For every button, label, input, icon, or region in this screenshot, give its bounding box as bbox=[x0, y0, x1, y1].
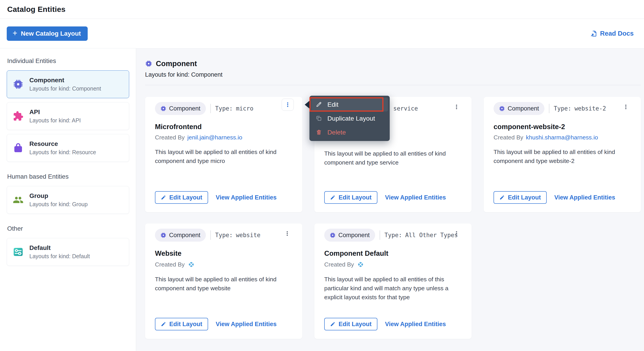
doc-arrow-icon bbox=[590, 30, 597, 37]
kind-badge-label: Component bbox=[508, 105, 539, 112]
sidebar-item-title: Group bbox=[29, 192, 88, 199]
puzzle-icon bbox=[13, 111, 24, 121]
type-label: Type: bbox=[215, 105, 233, 112]
divider bbox=[210, 104, 211, 113]
view-applied-entities-link[interactable]: View Applied Entities bbox=[554, 194, 615, 201]
card-menu-button[interactable] bbox=[620, 101, 632, 113]
sidebar-item-group[interactable]: Group Layouts for kind: Group bbox=[7, 186, 129, 214]
component-chip-icon bbox=[13, 79, 24, 90]
card-menu-button[interactable] bbox=[450, 101, 462, 113]
menu-item-delete[interactable]: Delete bbox=[311, 125, 388, 139]
view-applied-entities-link[interactable]: View Applied Entities bbox=[385, 321, 446, 328]
sidebar-item-subtitle: Layouts for kind: Resource bbox=[29, 149, 96, 156]
view-applied-entities-link[interactable]: View Applied Entities bbox=[216, 194, 277, 201]
sidebar-item-default[interactable]: Default Layouts for kind: Default bbox=[7, 238, 129, 266]
card-description: This layout will be applied to all entit… bbox=[324, 275, 462, 302]
layout-card-component-website-2: Component Type: website-2 component-webs… bbox=[484, 97, 641, 212]
new-catalog-layout-button[interactable]: + New Catalog Layout bbox=[7, 26, 88, 41]
harness-logo-icon bbox=[188, 261, 195, 268]
layouts-main-panel: Component Layouts for kind: Component Co… bbox=[136, 48, 644, 351]
type-value: website-2 bbox=[574, 105, 606, 112]
card-menu-button[interactable] bbox=[281, 228, 293, 240]
created-by-label: Created By bbox=[155, 134, 185, 141]
sidebar-item-subtitle: Layouts for kind: Group bbox=[29, 201, 88, 208]
creator-email-link[interactable]: khushi.sharma@harness.io bbox=[526, 134, 598, 141]
sidebar-item-resource[interactable]: Resource Layouts for kind: Resource bbox=[7, 134, 129, 162]
read-docs-link[interactable]: Read Docs bbox=[590, 30, 634, 37]
type-text: Type: All Other Types bbox=[384, 232, 458, 239]
bag-icon bbox=[13, 143, 24, 153]
entities-sidebar: Individual Entities Component Layouts fo… bbox=[0, 48, 136, 351]
card-context-menu: Edit Duplicate Layout Delete bbox=[310, 96, 390, 141]
type-value: All Other Types bbox=[405, 232, 458, 239]
card-title: Component Default bbox=[324, 250, 462, 258]
divider bbox=[210, 230, 211, 240]
sidebar-item-title: Resource bbox=[29, 140, 96, 147]
card-title: Website bbox=[155, 250, 292, 258]
type-text: Type: website bbox=[215, 232, 260, 239]
card-menu-button[interactable] bbox=[450, 228, 462, 240]
sidebar-item-text: Default Layouts for kind: Default bbox=[29, 244, 90, 260]
new-catalog-layout-label: New Catalog Layout bbox=[21, 30, 81, 37]
menu-item-edit[interactable]: Edit bbox=[311, 97, 388, 111]
kebab-icon bbox=[284, 231, 290, 237]
sidebar-item-component[interactable]: Component Layouts for kind: Component bbox=[7, 70, 129, 98]
layout-cards-grid: Component Type: micro Microfrontend Crea… bbox=[145, 97, 641, 339]
kind-badge: Component bbox=[324, 229, 375, 242]
card-meta-row: Component Type: All Other Types bbox=[324, 228, 462, 242]
section-label-other: Other bbox=[7, 225, 129, 232]
created-by: Created By bbox=[324, 261, 462, 268]
type-value: website bbox=[236, 232, 260, 239]
card-title: Microfrontend bbox=[155, 123, 292, 131]
sidebar-item-subtitle: Layouts for kind: API bbox=[29, 117, 81, 124]
menu-item-duplicate-layout[interactable]: Duplicate Layout bbox=[311, 111, 388, 125]
kebab-icon bbox=[454, 231, 460, 237]
sidebar-item-subtitle: Layouts for kind: Default bbox=[29, 253, 90, 260]
card-description: This layout will be applied to all entit… bbox=[324, 149, 462, 167]
card-description: This layout will be applied to all entit… bbox=[494, 148, 631, 166]
edit-layout-label: Edit Layout bbox=[169, 194, 202, 201]
sliders-icon bbox=[13, 247, 24, 257]
menu-item-label: Delete bbox=[328, 129, 346, 136]
menu-item-label: Duplicate Layout bbox=[328, 115, 375, 122]
type-value: service bbox=[393, 105, 418, 112]
kind-subtitle: Layouts for kind: Component bbox=[145, 71, 641, 78]
component-chip-icon bbox=[160, 106, 166, 112]
people-icon bbox=[13, 195, 24, 205]
pencil-icon bbox=[499, 195, 505, 200]
view-applied-entities-link[interactable]: View Applied Entities bbox=[216, 321, 277, 328]
created-by: Created By bbox=[155, 261, 292, 268]
section-label-individual-entities: Individual Entities bbox=[7, 57, 129, 64]
sidebar-item-title: Default bbox=[29, 244, 90, 252]
edit-layout-button[interactable]: Edit Layout bbox=[155, 318, 208, 330]
component-chip-icon bbox=[145, 60, 152, 67]
sidebar-item-api[interactable]: API Layouts for kind: API bbox=[7, 102, 129, 130]
sidebar-item-title: Component bbox=[29, 77, 101, 84]
edit-layout-button[interactable]: Edit Layout bbox=[324, 318, 378, 330]
section-label-human-based-entities: Human based Entities bbox=[7, 173, 129, 180]
popover-arrow-icon bbox=[305, 100, 310, 109]
type-value: micro bbox=[236, 105, 254, 112]
card-footer: Edit Layout View Applied Entities bbox=[324, 191, 462, 204]
layout-card-component-default: Component Type: All Other Types Componen… bbox=[314, 223, 472, 339]
edit-layout-button[interactable]: Edit Layout bbox=[494, 191, 547, 204]
kind-title: Component bbox=[156, 59, 197, 68]
created-by-label: Created By bbox=[494, 134, 523, 141]
content-area: Individual Entities Component Layouts fo… bbox=[0, 48, 644, 351]
edit-layout-button[interactable]: Edit Layout bbox=[324, 191, 378, 204]
card-menu-button-active[interactable] bbox=[282, 99, 294, 111]
sidebar-item-text: Component Layouts for kind: Component bbox=[29, 77, 101, 92]
read-docs-label: Read Docs bbox=[600, 30, 634, 37]
component-chip-icon bbox=[330, 232, 336, 238]
edit-layout-label: Edit Layout bbox=[338, 321, 372, 328]
edit-layout-button[interactable]: Edit Layout bbox=[155, 191, 208, 204]
card-title: component-website-2 bbox=[494, 123, 631, 131]
type-label: Type: bbox=[215, 232, 233, 239]
card-meta-row: Component Type: website bbox=[155, 228, 292, 242]
view-applied-entities-link[interactable]: View Applied Entities bbox=[385, 194, 446, 201]
type-text: Type: micro bbox=[215, 105, 254, 112]
edit-layout-label: Edit Layout bbox=[338, 194, 372, 201]
menu-item-label: Edit bbox=[328, 101, 338, 108]
creator-email-link[interactable]: jenil.jain@harness.io bbox=[188, 134, 242, 141]
kind-badge-label: Component bbox=[338, 232, 370, 239]
